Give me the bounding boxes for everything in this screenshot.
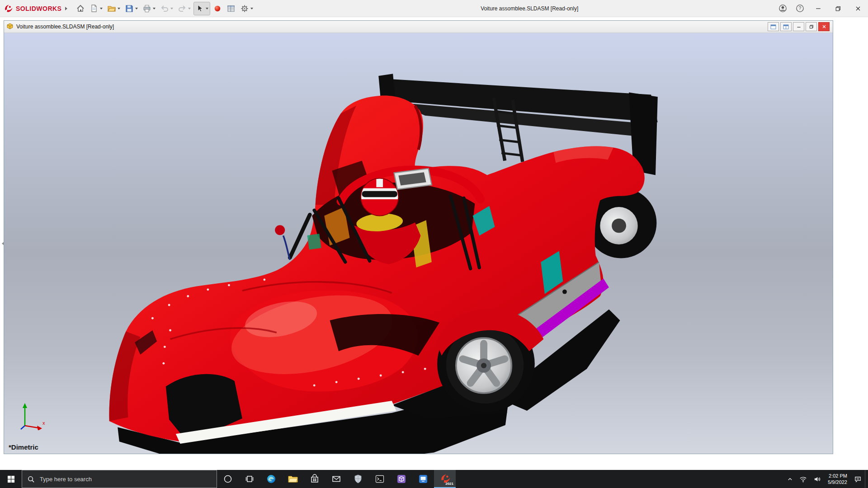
- start-button[interactable]: [0, 470, 22, 488]
- mdi-area: Voiture assomblee.SLDASM [Read-only]: [0, 17, 868, 470]
- help-glyph: ?: [798, 6, 801, 11]
- close-icon: [821, 24, 827, 29]
- dropdown-caret-icon[interactable]: [206, 8, 208, 9]
- help-button[interactable]: ?: [791, 0, 808, 17]
- view-orientation-label: *Dimetric: [9, 443, 38, 451]
- toolbar-expand-icon[interactable]: [65, 7, 67, 10]
- open-button[interactable]: [106, 2, 122, 15]
- select-cursor-icon: [195, 4, 204, 13]
- print-icon: [142, 4, 151, 13]
- monitor-app-button[interactable]: [412, 470, 434, 488]
- document-window: Voiture assomblee.SLDASM [Read-only]: [4, 20, 833, 454]
- action-center-button[interactable]: [851, 470, 865, 488]
- print-button[interactable]: [141, 2, 157, 15]
- search-input[interactable]: [39, 475, 212, 483]
- dropdown-caret-icon[interactable]: [118, 8, 120, 9]
- defender-button[interactable]: [347, 470, 369, 488]
- window-split-icon: [783, 24, 789, 29]
- dropdown-caret-icon[interactable]: [153, 8, 156, 9]
- taskbar-clock[interactable]: 2:02 PM 5/9/2022: [824, 473, 851, 486]
- app-titlebar: SOLIDWORKS: [0, 0, 868, 17]
- dropdown-caret-icon[interactable]: [170, 8, 173, 9]
- search-icon: [27, 475, 35, 483]
- mouse-gestures-button[interactable]: [212, 2, 223, 15]
- mouse-gestures-icon: [213, 4, 222, 13]
- cortana-button[interactable]: [217, 470, 239, 488]
- tray-expand-button[interactable]: [784, 470, 796, 488]
- system-tray: 2:02 PM 5/9/2022: [784, 470, 868, 488]
- solidworks-taskbar-button[interactable]: 2021: [434, 470, 456, 488]
- wifi-icon: [799, 475, 807, 483]
- document-titlebar[interactable]: Voiture assomblee.SLDASM [Read-only]: [4, 21, 833, 33]
- options-button[interactable]: [239, 2, 255, 15]
- help-icon: ?: [796, 4, 804, 13]
- undo-button[interactable]: [159, 2, 175, 15]
- solidworks-brand: SOLIDWORKS: [16, 5, 61, 12]
- rear-view-mirror: [394, 169, 432, 189]
- notification-icon: [854, 475, 862, 483]
- new-document-button[interactable]: [88, 2, 104, 15]
- mail-button[interactable]: [326, 470, 347, 488]
- monitor-app-icon: [418, 474, 429, 484]
- cube-app-button[interactable]: [391, 470, 412, 488]
- triad-x-label: x: [42, 420, 45, 426]
- account-button[interactable]: [774, 0, 791, 17]
- volume-button[interactable]: [810, 470, 824, 488]
- folder-icon: [288, 474, 298, 484]
- undo-icon: [160, 4, 169, 13]
- dropdown-caret-icon[interactable]: [250, 8, 253, 9]
- minimize-button[interactable]: [808, 0, 828, 17]
- command-prompt-button[interactable]: [369, 470, 391, 488]
- store-button[interactable]: [304, 470, 326, 488]
- task-view-button[interactable]: [239, 470, 260, 488]
- speaker-icon: [813, 475, 821, 483]
- save-button[interactable]: [123, 2, 139, 15]
- home-button[interactable]: [75, 2, 86, 15]
- new-document-icon: [90, 4, 99, 13]
- store-bag-icon: [309, 474, 320, 484]
- doc-close-button[interactable]: [818, 22, 830, 31]
- car-body: [109, 96, 645, 443]
- window-layout-button-2[interactable]: [780, 22, 792, 31]
- solidworks-version-badge: 2021: [445, 482, 453, 486]
- doc-restore-button[interactable]: [806, 22, 817, 31]
- select-button[interactable]: [194, 2, 210, 15]
- cube-app-icon: [396, 474, 407, 484]
- dropdown-caret-icon[interactable]: [135, 8, 138, 9]
- graphics-viewport[interactable]: x *Dimetric: [4, 33, 833, 454]
- window-controls: ?: [774, 0, 868, 17]
- solidworks-app: SOLIDWORKS: [0, 0, 868, 488]
- edge-button[interactable]: [260, 470, 282, 488]
- edge-icon: [266, 474, 277, 484]
- redo-button[interactable]: [176, 2, 192, 15]
- show-desktop-button[interactable]: [865, 470, 868, 488]
- window-layout-button-1[interactable]: [768, 22, 779, 31]
- doc-minimize-button[interactable]: [793, 22, 804, 31]
- restore-icon: [809, 24, 814, 29]
- minimize-icon: [815, 5, 822, 12]
- taskbar: 2021: [0, 470, 868, 488]
- solidworks-logo-icon: [4, 4, 14, 14]
- clock-date: 5/9/2022: [828, 479, 847, 485]
- assembly-file-icon: [6, 23, 14, 30]
- taskbar-search[interactable]: [22, 470, 217, 488]
- shield-icon: [353, 474, 363, 484]
- document-title: Voiture assomblee.SLDASM [Read-only]: [16, 23, 114, 30]
- file-explorer-button[interactable]: [282, 470, 304, 488]
- restore-button[interactable]: [828, 0, 848, 17]
- clock-time: 2:02 PM: [829, 473, 847, 479]
- gear-icon: [240, 4, 249, 13]
- open-folder-icon: [107, 4, 116, 13]
- standard-toolbar: [74, 0, 255, 17]
- dropdown-caret-icon[interactable]: [100, 8, 103, 9]
- race-car-model: [4, 33, 833, 454]
- network-button[interactable]: [796, 470, 810, 488]
- save-icon: [125, 4, 134, 13]
- account-icon: [778, 4, 787, 13]
- solidworks-logo: SOLIDWORKS: [4, 4, 61, 14]
- dropdown-caret-icon[interactable]: [188, 8, 191, 9]
- close-button[interactable]: [848, 0, 868, 17]
- chevron-up-icon: [787, 476, 793, 482]
- xpress-products-button[interactable]: [225, 2, 237, 15]
- minimize-icon: [796, 24, 802, 29]
